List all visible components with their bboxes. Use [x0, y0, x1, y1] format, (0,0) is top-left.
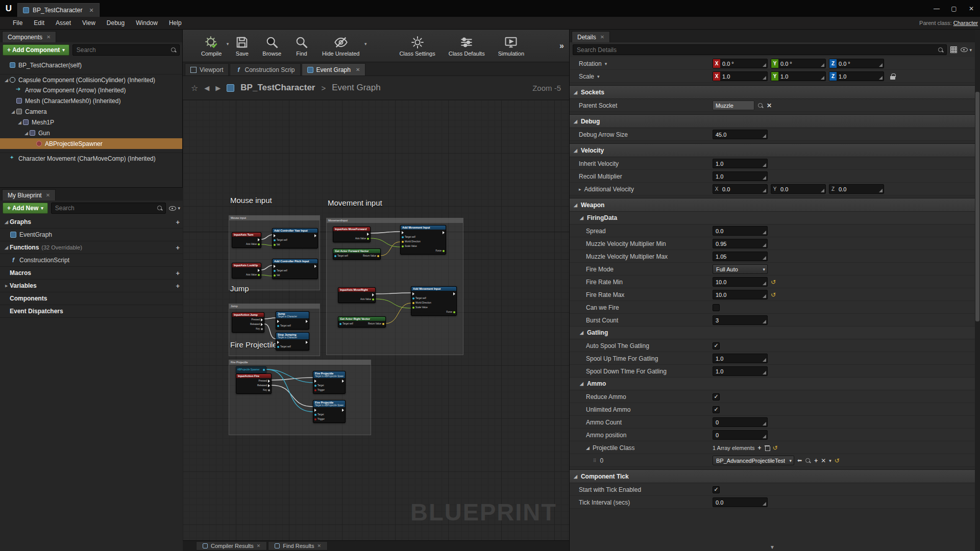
expander-icon[interactable]: ◢: [574, 90, 577, 95]
breadcrumb-root[interactable]: BP_TestCharacter: [240, 83, 315, 93]
expander-icon[interactable]: ▸: [579, 187, 581, 192]
expander-icon[interactable]: ◢: [574, 474, 577, 479]
add-icon[interactable]: +: [176, 269, 180, 277]
expander-icon[interactable]: ◢: [16, 120, 23, 125]
revert-to-default-icon[interactable]: ↺: [835, 458, 840, 464]
lock-icon[interactable]: [890, 73, 895, 80]
exec-pin-icon[interactable]: [367, 233, 369, 236]
tab-viewport[interactable]: Viewport: [185, 63, 229, 76]
close-icon[interactable]: ✕: [46, 192, 50, 198]
subcategory-gatling[interactable]: ◢Gatling: [570, 327, 975, 339]
my-blueprint-tab[interactable]: My Blueprint ✕: [2, 189, 56, 201]
value-spinner-icon[interactable]: [879, 63, 883, 67]
component-row-bp-testcharacter-self[interactable]: BP_TestCharacter(self): [0, 60, 182, 70]
my-blueprint-components[interactable]: Components: [0, 292, 183, 305]
float-pin-icon[interactable]: Force: [435, 249, 445, 252]
float-pin-icon[interactable]: Axis Value: [246, 243, 260, 245]
number-field[interactable]: 10.0: [713, 290, 768, 299]
node-add-controller-pitch-input[interactable]: Add Controller Pitch InputTarget selfVal: [272, 259, 318, 279]
toolbar-overflow-chevron[interactable]: »: [559, 41, 564, 51]
browse-socket-icon[interactable]: [757, 103, 764, 109]
menu-debug[interactable]: Debug: [101, 19, 130, 27]
add-icon[interactable]: +: [176, 282, 180, 290]
number-field[interactable]: 3: [713, 315, 768, 325]
axis-field-z[interactable]: Z0.0: [829, 184, 884, 194]
expander-icon[interactable]: ◢: [574, 203, 577, 208]
object-pin-icon[interactable]: Target self: [412, 297, 426, 299]
value-spinner-icon[interactable]: [763, 76, 766, 80]
my-blueprint-event-dispatchers[interactable]: Event Dispatchers: [0, 305, 183, 318]
value-spinner-icon[interactable]: [763, 422, 766, 425]
value-spinner-icon[interactable]: [763, 163, 766, 167]
tab-close-icon[interactable]: ✕: [89, 7, 93, 14]
vector-pin-icon[interactable]: World Direction: [412, 302, 431, 304]
tab-close-icon[interactable]: ✕: [356, 67, 360, 72]
menu-help[interactable]: Help: [163, 19, 187, 27]
value-spinner-icon[interactable]: [763, 282, 766, 285]
close-button[interactable]: ✕: [963, 2, 980, 15]
node-get-actor-right-vector[interactable]: Get Actor Right VectorTarget selfReturn …: [338, 316, 386, 328]
checkbox[interactable]: ✓: [713, 393, 720, 400]
vector-pin-icon[interactable]: World Direction: [402, 240, 421, 243]
menu-window[interactable]: Window: [130, 19, 163, 27]
exec-pin-icon[interactable]: [274, 265, 276, 268]
my-blueprint-eventgraph[interactable]: EventGraph: [0, 229, 183, 241]
node-inputaxis-moveright[interactable]: InputAxis MoveRightAxis Value: [338, 287, 376, 303]
category-component-tick[interactable]: ◢Component Tick: [570, 469, 975, 483]
node-inputaction-fire[interactable]: InputAction FirePressedReleasedKey: [236, 373, 272, 394]
number-field[interactable]: 0: [713, 430, 768, 440]
object-pin-icon[interactable]: Target self: [274, 239, 287, 241]
expander-icon[interactable]: ◢: [3, 78, 10, 83]
chevron-down-icon[interactable]: ▾: [364, 41, 367, 46]
my-blueprint-constructionscript[interactable]: fConstructionScript: [0, 254, 183, 267]
view-options-button[interactable]: ▾: [169, 206, 180, 211]
exec-pin-icon[interactable]: [314, 409, 316, 412]
value-spinner-icon[interactable]: [763, 294, 766, 298]
axis-field-x[interactable]: X1.0: [713, 71, 768, 81]
my-blueprint-macros[interactable]: Macros+: [0, 267, 183, 280]
menu-edit[interactable]: Edit: [28, 19, 50, 27]
event-graph-canvas[interactable]: Mouse inputMouse inputMovementInputMovem…: [183, 100, 569, 540]
scroll-more-indicator[interactable]: ▼: [770, 544, 775, 550]
value-spinner-icon[interactable]: [763, 176, 766, 180]
details-tab[interactable]: Details ✕: [572, 31, 610, 42]
float-pin-icon[interactable]: Scale Value: [412, 306, 428, 309]
value-spinner-icon[interactable]: [763, 231, 766, 234]
exec-pin-icon[interactable]: [258, 238, 260, 241]
subcategory-ammo[interactable]: ◢Ammo: [570, 378, 975, 390]
number-field[interactable]: 1.0: [713, 171, 768, 181]
compile-button[interactable]: Compile▾: [201, 35, 222, 57]
category-weapon[interactable]: ◢Weapon: [570, 198, 975, 212]
expander-icon[interactable]: ◢: [10, 109, 16, 114]
object-pin-icon[interactable]: Target self: [277, 324, 291, 327]
bool-pin-icon[interactable]: Trigger: [314, 389, 325, 391]
number-field[interactable]: 0.95: [713, 239, 768, 248]
forward-arrow-icon[interactable]: ▶: [215, 84, 220, 92]
expander-icon[interactable]: ◢: [580, 381, 583, 386]
add-new-button[interactable]: + Add New▾: [3, 203, 48, 214]
value-spinner-icon[interactable]: [821, 63, 824, 67]
property-visibility-button[interactable]: ▾: [961, 47, 972, 53]
component-row-character-movement-charmovecomp-inherited[interactable]: Character Movement (CharMoveComp) (Inher…: [0, 153, 182, 163]
hide-unrelated-button[interactable]: Hide Unrelated▾: [322, 35, 359, 57]
axis-field-x[interactable]: X0.0 °: [713, 59, 768, 68]
float-pin-icon[interactable]: Axis Value: [246, 273, 260, 276]
favorite-star-icon[interactable]: ☆: [191, 83, 198, 93]
node-inputaxis-turn[interactable]: InputAxis TurnAxis Value: [232, 232, 261, 248]
checkbox[interactable]: ✓: [713, 342, 720, 349]
details-search-input[interactable]: Search Details: [573, 44, 947, 55]
component-row-abprojectilespawner[interactable]: ABProjectileSpawner: [0, 138, 182, 149]
node-abprojectile-spawner[interactable]: ABProjectile Spawner: [236, 366, 266, 373]
float-pin-icon[interactable]: Scale Value: [402, 245, 417, 247]
dropdown-fire-mode[interactable]: Full Auto▾: [713, 264, 768, 274]
expander-icon[interactable]: ◢: [580, 330, 583, 335]
tab-find-results[interactable]: Find Results✕: [268, 541, 328, 550]
axis-field-y[interactable]: Y1.0: [771, 71, 826, 81]
value-spinner-icon[interactable]: [763, 435, 766, 438]
scrollbar-thumb[interactable]: [975, 92, 979, 321]
clear-icon[interactable]: ✕: [821, 457, 826, 464]
node-inputaction-jump[interactable]: InputAction JumpPressedReleasedKey: [232, 312, 264, 333]
clear-socket-icon[interactable]: ✕: [767, 102, 772, 109]
object-pin-icon[interactable]: Target self: [334, 255, 348, 257]
value-spinner-icon[interactable]: [763, 256, 766, 260]
